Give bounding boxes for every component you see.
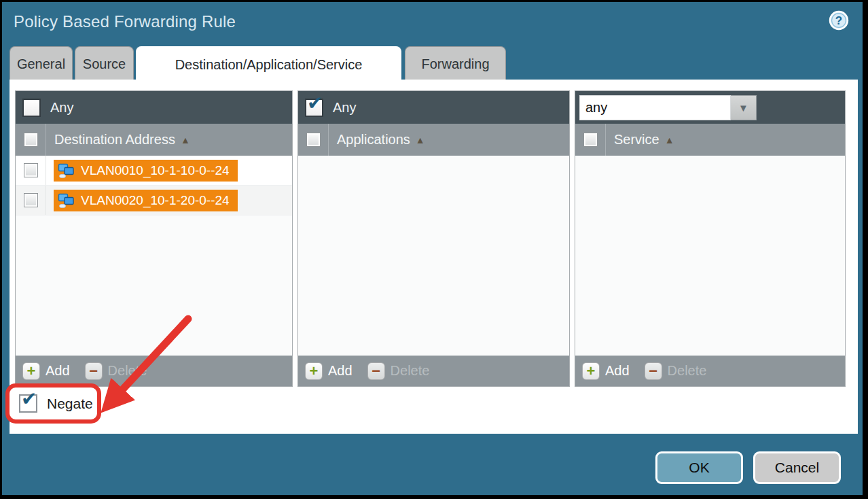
add-icon: + xyxy=(305,362,323,380)
address-object-chip[interactable]: VLAN0010_10-1-10-0--24 xyxy=(54,160,238,182)
applications-footer-bar: + Add − Delete xyxy=(298,356,569,386)
address-object-chip[interactable]: VLAN0020_10-1-20-0--24 xyxy=(54,190,238,211)
service-any-bar: any ▼ xyxy=(575,91,845,124)
applications-any-label: Any xyxy=(333,100,356,116)
table-row: VLAN0010_10-1-10-0--24 xyxy=(16,156,292,186)
delete-icon: − xyxy=(367,362,385,380)
delete-icon: − xyxy=(645,362,662,380)
dropdown-button[interactable]: ▼ xyxy=(731,95,757,120)
destination-any-label: Any xyxy=(50,100,73,116)
service-dropdown: any ▼ xyxy=(579,95,757,120)
pbf-rule-dialog: Policy Based Forwarding Rule ? General S… xyxy=(2,2,863,495)
page-title: Policy Based Forwarding Rule xyxy=(14,12,236,31)
tab-forwarding[interactable]: Forwarding xyxy=(405,46,506,82)
tab-content-panel: Any Destination Address ▲ xyxy=(10,80,858,434)
negate-highlight-annotation: ✔ Negate xyxy=(5,383,101,424)
sort-asc-icon: ▲ xyxy=(416,135,425,145)
sort-asc-icon: ▲ xyxy=(181,135,190,145)
tab-general[interactable]: General xyxy=(10,46,73,82)
columns-container: Any Destination Address ▲ xyxy=(15,90,846,387)
tab-destination-application-service[interactable]: Destination/Application/Service xyxy=(136,46,401,82)
add-button[interactable]: + Add xyxy=(305,362,352,380)
tab-source[interactable]: Source xyxy=(75,46,134,82)
destination-header-label: Destination Address xyxy=(54,132,175,148)
applications-any-checkbox[interactable]: ✔ xyxy=(305,99,323,117)
add-icon: + xyxy=(582,362,600,380)
applications-header-label: Applications xyxy=(337,132,410,148)
destination-footer-bar: + Add − Delete xyxy=(16,356,292,386)
svg-text:?: ? xyxy=(835,14,842,27)
ok-button[interactable]: OK xyxy=(655,451,743,484)
service-list xyxy=(575,156,845,356)
negate-checkbox[interactable]: ✔ xyxy=(19,394,37,413)
applications-select-all-checkbox[interactable] xyxy=(306,133,321,147)
network-icon xyxy=(58,193,75,208)
applications-list xyxy=(298,156,569,356)
destination-any-checkbox[interactable] xyxy=(22,99,41,117)
applications-any-bar: ✔ Any xyxy=(298,91,569,124)
chevron-down-icon: ▼ xyxy=(738,102,748,114)
address-object-label: VLAN0010_10-1-10-0--24 xyxy=(81,163,230,178)
service-header[interactable]: Service ▲ xyxy=(575,124,845,156)
row-checkbox[interactable] xyxy=(24,163,38,177)
service-footer-bar: + Add − Delete xyxy=(575,356,845,386)
destination-address-header[interactable]: Destination Address ▲ xyxy=(16,124,292,156)
add-icon: + xyxy=(22,362,40,380)
destination-address-list: VLAN0010_10-1-10-0--24 xyxy=(16,156,292,356)
check-icon: ✔ xyxy=(21,390,37,409)
delete-icon: − xyxy=(85,362,103,380)
delete-button[interactable]: − Delete xyxy=(645,362,707,380)
row-checkbox[interactable] xyxy=(24,193,38,207)
sort-asc-icon: ▲ xyxy=(665,135,674,145)
destination-select-all-checkbox[interactable] xyxy=(24,133,38,147)
network-icon xyxy=(58,163,75,178)
delete-button[interactable]: − Delete xyxy=(367,362,430,380)
add-button[interactable]: + Add xyxy=(22,362,70,380)
delete-button[interactable]: − Delete xyxy=(85,362,147,380)
service-dropdown-value[interactable]: any xyxy=(579,95,731,120)
help-icon[interactable]: ? xyxy=(829,10,849,31)
table-row: VLAN0020_10-1-20-0--24 xyxy=(16,186,292,216)
applications-column: ✔ Any Applications ▲ + Add xyxy=(297,90,570,387)
screenshot-frame: Policy Based Forwarding Rule ? General S… xyxy=(0,0,868,499)
service-column: any ▼ Service ▲ + Add xyxy=(575,90,846,387)
add-button[interactable]: + Add xyxy=(582,362,630,380)
destination-any-bar: Any xyxy=(16,91,292,124)
negate-label: Negate xyxy=(47,396,93,412)
destination-address-column: Any Destination Address ▲ xyxy=(15,90,293,387)
check-icon: ✔ xyxy=(307,94,323,113)
service-select-all-checkbox[interactable] xyxy=(583,133,598,147)
address-object-label: VLAN0020_10-1-20-0--24 xyxy=(81,193,230,208)
applications-header[interactable]: Applications ▲ xyxy=(298,124,569,156)
cancel-button[interactable]: Cancel xyxy=(753,451,841,484)
service-header-label: Service xyxy=(614,132,659,148)
